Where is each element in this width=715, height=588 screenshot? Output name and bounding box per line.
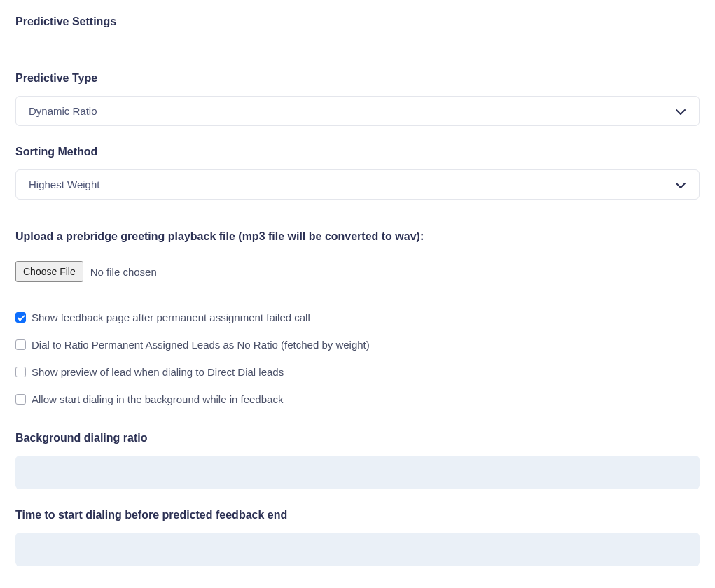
predictive-type-label: Predictive Type xyxy=(15,72,700,85)
checkbox-label[interactable]: Dial to Ratio Permanent Assigned Leads a… xyxy=(32,339,370,351)
checkbox-label[interactable]: Show feedback page after permanent assig… xyxy=(32,312,310,323)
checkbox-row-dial-ratio: Dial to Ratio Permanent Assigned Leads a… xyxy=(15,339,700,351)
predictive-type-select[interactable]: Dynamic Ratio xyxy=(15,96,700,126)
upload-label: Upload a prebridge greeting playback fil… xyxy=(15,230,700,243)
sorting-method-label: Sorting Method xyxy=(15,146,700,158)
time-to-start-group: Time to start dialing before predicted f… xyxy=(15,509,700,566)
choose-file-button[interactable]: Choose File xyxy=(15,261,83,282)
background-ratio-label: Background dialing ratio xyxy=(15,432,700,444)
checkbox-background-dial[interactable] xyxy=(15,394,26,405)
predictive-type-group: Predictive Type Dynamic Ratio xyxy=(15,72,700,126)
time-to-start-input[interactable] xyxy=(15,533,700,566)
checkbox-feedback-page[interactable] xyxy=(15,312,26,323)
checkbox-row-feedback-page: Show feedback page after permanent assig… xyxy=(15,312,700,323)
checkbox-preview-lead[interactable] xyxy=(15,367,26,377)
checkbox-dial-ratio[interactable] xyxy=(15,340,26,350)
checkbox-row-background-dial: Allow start dialing in the background wh… xyxy=(15,393,700,405)
upload-group: Upload a prebridge greeting playback fil… xyxy=(15,230,700,282)
sorting-method-group: Sorting Method Highest Weight xyxy=(15,146,700,200)
background-ratio-group: Background dialing ratio xyxy=(15,432,700,489)
checkbox-row-preview-lead: Show preview of lead when dialing to Dir… xyxy=(15,366,700,378)
checkbox-label[interactable]: Show preview of lead when dialing to Dir… xyxy=(32,366,284,378)
background-ratio-input[interactable] xyxy=(15,456,700,489)
predictive-type-select-wrap: Dynamic Ratio xyxy=(15,96,700,126)
panel-title: Predictive Settings xyxy=(15,15,700,28)
sorting-method-select-wrap: Highest Weight xyxy=(15,169,700,200)
sorting-method-select[interactable]: Highest Weight xyxy=(15,169,700,200)
panel-header: Predictive Settings xyxy=(1,1,714,41)
file-status: No file chosen xyxy=(90,266,157,278)
checkbox-label[interactable]: Allow start dialing in the background wh… xyxy=(32,393,283,405)
time-to-start-label: Time to start dialing before predicted f… xyxy=(15,509,700,522)
file-row: Choose File No file chosen xyxy=(15,261,700,282)
panel-body: Predictive Type Dynamic Ratio Sorting Me… xyxy=(1,41,714,588)
checkbox-list: Show feedback page after permanent assig… xyxy=(15,312,700,405)
predictive-settings-panel: Predictive Settings Predictive Type Dyna… xyxy=(1,1,714,587)
